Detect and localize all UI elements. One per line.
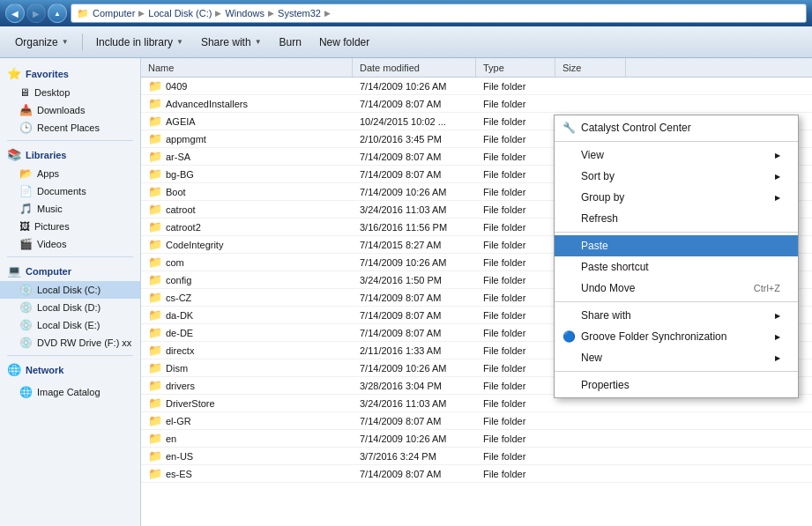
table-row[interactable]: 📁 es-ES 7/14/2009 8:07 AM File folder: [141, 465, 812, 483]
sidebar-item-local-disk-d[interactable]: 💿 Local Disk (D:): [0, 299, 140, 316]
file-name-cell: 📁 en-US: [141, 449, 353, 463]
sidebar-item-documents[interactable]: 📄 Documents: [0, 182, 140, 200]
documents-icon: 📄: [19, 185, 33, 197]
col-header-name[interactable]: Name: [141, 58, 353, 77]
sidebar-item-music[interactable]: 🎵 Music: [0, 200, 140, 218]
file-name-cell: 📁 catroot: [141, 203, 353, 216]
folder-icon: 📁: [148, 97, 162, 110]
ctx-refresh[interactable]: Refresh: [555, 208, 798, 229]
folder-icon: 📁: [77, 8, 89, 19]
toolbar-divider-1: [82, 33, 83, 51]
table-row[interactable]: 📁 AdvancedInstallers 7/14/2009 8:07 AM F…: [141, 95, 812, 113]
up-button[interactable]: ▲: [48, 4, 67, 23]
ctx-sep-2: [555, 232, 798, 233]
address-bar[interactable]: 📁 Computer ▶ Local Disk (C:) ▶ Windows ▶…: [71, 4, 807, 23]
context-menu: 🔧 Catalyst Control Center View Sort by G…: [554, 115, 799, 398]
ctx-undo-move[interactable]: Undo Move Ctrl+Z: [555, 278, 798, 299]
folder-icon: 📁: [148, 273, 162, 286]
new-folder-button[interactable]: New folder: [311, 31, 377, 54]
undo-icon: [562, 281, 576, 295]
ctx-new[interactable]: New: [555, 347, 798, 368]
folder-icon: 📁: [148, 150, 162, 163]
file-type-cell: File folder: [476, 398, 555, 409]
sidebar-item-desktop[interactable]: 🖥 Desktop: [0, 84, 140, 101]
folder-icon: 📁: [148, 308, 162, 322]
file-date-cell: 7/14/2009 8:07 AM: [353, 99, 476, 109]
network-icon: 🌐: [7, 363, 21, 376]
ctx-paste[interactable]: Paste: [555, 235, 798, 256]
disk-e-icon: 💿: [19, 319, 33, 331]
col-header-size[interactable]: Size: [555, 58, 626, 77]
ctx-group-by[interactable]: Group by: [555, 187, 798, 208]
favorites-header[interactable]: ⭐ Favorites: [0, 63, 140, 84]
include-in-library-button[interactable]: Include in library ▼: [88, 31, 191, 54]
ctx-sort-by[interactable]: Sort by: [555, 166, 798, 187]
ctx-view[interactable]: View: [555, 144, 798, 166]
sidebar-item-apps[interactable]: 📂 Apps: [0, 165, 140, 182]
toolbar: Organize ▼ Include in library ▼ Share wi…: [0, 26, 812, 58]
sidebar-item-recent-places[interactable]: 🕒 Recent Places: [0, 119, 140, 137]
file-date-cell: 7/14/2009 10:26 AM: [353, 257, 476, 268]
computer-header[interactable]: 💻 Computer: [0, 261, 140, 281]
back-button[interactable]: ◀: [5, 4, 25, 23]
burn-button[interactable]: Burn: [272, 31, 309, 54]
folder-icon: 📁: [148, 344, 162, 357]
table-row[interactable]: 📁 en-US 3/7/2016 3:24 PM File folder: [141, 448, 812, 465]
file-type-cell: File folder: [476, 345, 555, 356]
dvd-icon: 💿: [19, 337, 33, 349]
music-icon: 🎵: [19, 203, 33, 215]
table-row[interactable]: 📁 0409 7/14/2009 10:26 AM File folder: [141, 78, 812, 95]
sidebar-item-videos[interactable]: 🎬 Videos: [0, 235, 140, 253]
file-name-cell: 📁 da-DK: [141, 308, 353, 322]
network-header[interactable]: 🌐 Network: [0, 359, 140, 380]
folder-icon: 📁: [148, 203, 162, 216]
libraries-header[interactable]: 📚 Libraries: [0, 144, 140, 165]
sidebar-item-downloads[interactable]: 📥 Downloads: [0, 101, 140, 119]
sort-icon: [562, 169, 576, 183]
folder-icon: 📁: [148, 449, 162, 463]
col-header-type[interactable]: Type: [476, 58, 555, 77]
network-section: 🌐 Network: [0, 359, 140, 380]
sidebar-item-pictures[interactable]: 🖼 Pictures: [0, 218, 140, 235]
file-type-cell: File folder: [476, 257, 555, 268]
forward-button[interactable]: ▶: [26, 4, 46, 23]
file-type-cell: File folder: [476, 275, 555, 285]
file-date-cell: 7/14/2009 10:26 AM: [353, 187, 476, 197]
file-date-cell: 3/7/2016 3:24 PM: [353, 451, 476, 462]
sidebar-item-dvd-drive[interactable]: 💿 DVD RW Drive (F:) xx: [0, 334, 140, 352]
file-date-cell: 7/14/2009 8:07 AM: [353, 310, 476, 321]
paste-icon: [562, 239, 576, 253]
file-date-cell: 7/14/2009 8:07 AM: [353, 416, 476, 426]
ctx-sep-4: [555, 371, 798, 372]
ctx-properties[interactable]: Properties: [555, 374, 798, 396]
file-date-cell: 7/14/2009 8:07 AM: [353, 328, 476, 338]
ctx-sep-3: [555, 301, 798, 302]
file-name-cell: 📁 es-ES: [141, 467, 353, 480]
folder-icon: 📁: [148, 291, 162, 304]
ctx-paste-shortcut[interactable]: Paste shortcut: [555, 256, 798, 278]
file-name-cell: 📁 bg-BG: [141, 167, 353, 181]
sidebar-divider-1: [7, 140, 133, 141]
organize-button[interactable]: Organize ▼: [7, 31, 77, 54]
file-type-cell: File folder: [476, 451, 555, 462]
file-date-cell: 3/28/2016 3:04 PM: [353, 381, 476, 391]
file-date-cell: 7/14/2009 8:07 AM: [353, 169, 476, 180]
sidebar-item-local-disk-e[interactable]: 💿 Local Disk (E:): [0, 316, 140, 334]
file-type-cell: File folder: [476, 240, 555, 250]
file-date-cell: 2/11/2016 1:33 AM: [353, 345, 476, 356]
title-bar: ◀ ▶ ▲ 📁 Computer ▶ Local Disk (C:) ▶ Win…: [0, 0, 812, 26]
file-name-cell: 📁 de-DE: [141, 326, 353, 339]
ctx-catalyst[interactable]: 🔧 Catalyst Control Center: [555, 117, 798, 138]
ctx-share-with[interactable]: Share with: [555, 305, 798, 326]
recent-places-icon: 🕒: [19, 122, 33, 134]
table-row[interactable]: 📁 en 7/14/2009 10:26 AM File folder: [141, 430, 812, 448]
sidebar-item-local-disk-c[interactable]: 💿 Local Disk (C:): [0, 281, 140, 299]
file-date-cell: 10/24/2015 10:02 ...: [353, 116, 476, 127]
table-row[interactable]: 📁 el-GR 7/14/2009 8:07 AM File folder: [141, 412, 812, 430]
share-with-button[interactable]: Share with ▼: [193, 31, 270, 54]
col-header-date[interactable]: Date modified: [353, 58, 476, 77]
catalyst-icon: 🔧: [562, 121, 576, 135]
ctx-groove[interactable]: 🔵 Groove Folder Synchronization: [555, 326, 798, 347]
group-icon: [562, 190, 576, 204]
sidebar-item-image-catalog[interactable]: 🌐 Image Catalog: [0, 383, 140, 401]
